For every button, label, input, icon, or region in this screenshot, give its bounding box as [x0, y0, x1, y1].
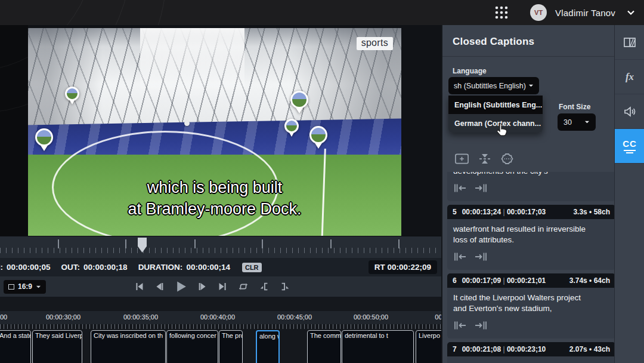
- caption-number: 6: [453, 276, 457, 285]
- timeline-clip[interactable]: following concer: [166, 330, 218, 363]
- closed-captions-icon: CC: [623, 139, 637, 153]
- map-pin[interactable]: [284, 119, 299, 140]
- timeline-clip[interactable]: The pro: [219, 330, 243, 363]
- skip-start-button[interactable]: [134, 281, 144, 292]
- timeline-ruler[interactable]: 0000:00:30;0000:00:35;0000:00:40;0000:00…: [0, 311, 441, 324]
- duration-timecode: DURATION:00:00:00;14: [138, 263, 230, 272]
- caption-number: 5: [453, 208, 457, 216]
- user-menu-chevron-down-icon[interactable]: [626, 8, 636, 17]
- sidebar-item-closed-captions[interactable]: CC: [615, 129, 644, 164]
- add-caption-icon[interactable]: [454, 152, 469, 165]
- sidebar-item-transitions[interactable]: [615, 25, 644, 60]
- timeline-clip[interactable]: detrimental to t: [342, 330, 414, 363]
- caption-text[interactable]: waterfront had resulted in irreversiblel…: [453, 224, 609, 246]
- out-timecode: OUT:00:00:00;18: [61, 263, 128, 272]
- caption-settings-gear-icon[interactable]: [500, 152, 514, 165]
- stadium-roof: [28, 28, 401, 130]
- caption-list[interactable]: by the World Heritage Committee saiddeve…: [447, 172, 615, 363]
- play-button[interactable]: [175, 280, 187, 293]
- caption-meta: 2.07s • 43ch: [569, 345, 610, 353]
- decor-arc: [0, 0, 167, 25]
- timeline-clip[interactable]: And a state: [0, 330, 31, 363]
- caption-item-body[interactable]: by the World Heritage Committee saiddeve…: [447, 172, 615, 201]
- caption-item-header[interactable]: 7 00:00:21;08 | 00:00:23;10 2.07s • 43ch: [447, 342, 615, 356]
- timeline-timecode-label: 00:: [435, 313, 441, 321]
- caption-meta: 3.3s • 58ch: [573, 208, 610, 216]
- timecode-row: IN:00:00:00;05 OUT:00:00:00;18 DURATION:…: [0, 258, 441, 276]
- timeline-ticks: [0, 324, 441, 329]
- timeline-clip[interactable]: City was inscribed on th: [91, 330, 166, 363]
- caption-number: 7: [453, 345, 457, 353]
- burned-in-caption: which is being built at Bramley-moore Do…: [28, 177, 401, 220]
- video-preview[interactable]: sports which is being built at Bramley-m…: [28, 28, 401, 236]
- closed-captions-panel: Closed Captions Language sh (Subtittles …: [441, 25, 614, 363]
- caption-timecodes: 00:00:17;09 | 00:00:21;01: [462, 276, 546, 285]
- top-bar: VT Vladimir Tanov: [0, 0, 644, 25]
- map-pin[interactable]: [65, 87, 79, 107]
- caption-item-header[interactable]: 6 00:00:17;09 | 00:00:21;01 3.74s • 64ch: [447, 273, 615, 288]
- snap-start-icon[interactable]: [453, 183, 467, 193]
- transport-controls: 16:9: [0, 276, 441, 297]
- timeline-clip[interactable]: They said Liverp: [32, 330, 82, 363]
- font-size-select[interactable]: 30: [558, 113, 596, 131]
- snap-end-icon[interactable]: [473, 183, 488, 193]
- scrubber-major-tick: [398, 239, 400, 248]
- scrubber-minor-ticks: [0, 248, 441, 253]
- sidebar-item-audio[interactable]: [615, 94, 644, 129]
- broadcaster-badge: sports: [357, 37, 393, 50]
- chevron-down-icon: [528, 83, 534, 88]
- clear-inout-button[interactable]: CLR: [242, 263, 262, 272]
- scrubber-ruler[interactable]: [0, 236, 441, 258]
- map-pin[interactable]: [35, 128, 53, 155]
- panel-title: Closed Captions: [442, 25, 614, 56]
- snap-start-icon[interactable]: [453, 252, 467, 262]
- timeline-timecode-label: 00:00:30;00: [46, 313, 80, 321]
- aspect-ratio-select[interactable]: 16:9: [4, 280, 46, 294]
- app-window: VT Vladimir Tanov sports: [0, 0, 644, 363]
- scrubber-major-tick: [58, 239, 59, 248]
- editor-left-column: sports which is being built at Bramley-m…: [0, 25, 441, 363]
- caption-item[interactable]: 5 00:00:13;24 | 00:00:17;03 3.3s • 58ch …: [447, 205, 615, 270]
- avatar[interactable]: VT: [530, 4, 547, 21]
- aspect-icon: [8, 284, 14, 290]
- caption-meta: 3.74s • 64ch: [569, 276, 610, 285]
- mark-out-button[interactable]: [280, 281, 290, 292]
- map-pin[interactable]: [309, 126, 327, 153]
- caption-text[interactable]: It cited the Liverpool Walters projectan…: [453, 293, 609, 315]
- frame-back-button[interactable]: [154, 281, 165, 292]
- speaker-icon: [623, 104, 637, 119]
- caption-item[interactable]: by the World Heritage Committee saiddeve…: [447, 172, 615, 201]
- timeline-timecode-label: 00:00:35;00: [123, 313, 158, 321]
- timeline-timecode-label: 00:00:40;00: [200, 313, 235, 321]
- snap-start-icon[interactable]: [453, 321, 467, 330]
- map-dot: [184, 121, 190, 126]
- timeline-track: And a stateThey said LiverpCity was insc…: [0, 330, 441, 363]
- apps-grid-icon[interactable]: [494, 5, 509, 20]
- skip-end-button[interactable]: [218, 281, 228, 292]
- caption-item[interactable]: 7 00:00:21;08 | 00:00:23;10 2.07s • 43ch: [447, 342, 615, 363]
- loop-button[interactable]: [238, 281, 249, 292]
- snap-end-icon[interactable]: [473, 321, 488, 330]
- language-select[interactable]: sh (Subtittles English): [448, 77, 539, 94]
- timeline[interactable]: 0000:00:30;0000:00:35;0000:00:40;0000:00…: [0, 297, 441, 363]
- map-pin[interactable]: [290, 91, 308, 118]
- snap-end-icon[interactable]: [473, 252, 488, 262]
- language-option-english[interactable]: English (Subtittles Eng...: [448, 96, 543, 114]
- in-timecode: IN:00:00:00;05: [0, 263, 51, 272]
- caption-item-body[interactable]: waterfront had resulted in irreversiblel…: [447, 219, 615, 270]
- caption-timecodes: 00:00:13;24 | 00:00:17;03: [462, 208, 546, 216]
- sidebar-item-effects[interactable]: fx: [615, 60, 644, 94]
- tool-sidebar: fx CC: [614, 25, 644, 363]
- caption-item[interactable]: 6 00:00:17;09 | 00:00:21;01 3.74s • 64ch…: [447, 273, 615, 339]
- timeline-clip-selected[interactable]: along w: [256, 330, 280, 363]
- caption-item-body[interactable]: It cited the Liverpool Walters projectan…: [447, 288, 615, 339]
- caption-text[interactable]: by the World Heritage Committee saiddeve…: [453, 172, 609, 177]
- mark-in-button[interactable]: [259, 281, 270, 292]
- caption-item-header[interactable]: 5 00:00:13;24 | 00:00:17;03 3.3s • 58ch: [447, 205, 615, 219]
- merge-captions-icon[interactable]: [478, 152, 491, 165]
- frame-forward-button[interactable]: [197, 281, 208, 292]
- timeline-clip[interactable]: Liverpo: [416, 330, 441, 363]
- caption-item-body[interactable]: [447, 356, 615, 363]
- runtime-timecode: RT 00:00:22;09: [369, 260, 437, 274]
- timeline-clip[interactable]: The comm: [307, 330, 341, 363]
